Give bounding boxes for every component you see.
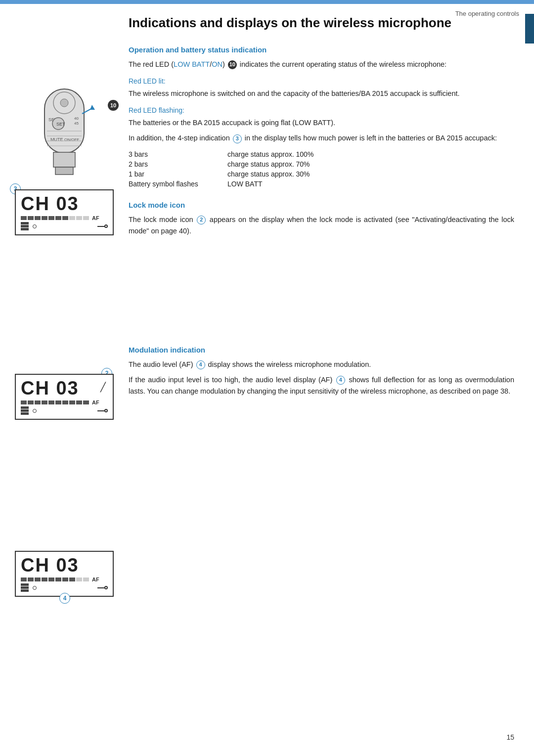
bar-empty bbox=[83, 578, 89, 581]
bar-filled bbox=[42, 578, 47, 581]
red-led-lit-text: The wireless microphone is switched on a… bbox=[129, 88, 514, 99]
svg-rect-11 bbox=[55, 167, 73, 175]
svg-text:ON/OFF: ON/OFF bbox=[64, 137, 79, 142]
circle-10: 10 bbox=[228, 60, 237, 69]
connector-circle bbox=[104, 224, 108, 228]
circle-4-2: 4 bbox=[336, 376, 345, 385]
bar-filled bbox=[35, 578, 41, 581]
modulation-text-1: The audio level (AF) 4 display shows the… bbox=[129, 359, 514, 370]
diagram-3-ch: CH 03 bbox=[21, 556, 108, 575]
charge-label: Battery symbol flashes bbox=[129, 179, 227, 189]
page-number: 15 bbox=[506, 733, 514, 741]
diagram-1-bars: AF bbox=[21, 215, 108, 221]
circle-2: 2 bbox=[197, 216, 206, 224]
connector-icon-2 bbox=[97, 409, 108, 412]
mic-svg: SET 40 45 SET MUTE ON/OFF bbox=[15, 84, 114, 180]
red-led-flashing-heading: Red LED flashing: bbox=[129, 106, 514, 114]
lock-slash-icon: ╱ bbox=[100, 382, 106, 393]
diagram-2-bars: AF bbox=[21, 400, 108, 405]
svg-marker-17 bbox=[90, 105, 95, 110]
bar-filled bbox=[62, 578, 68, 581]
charge-value: charge status approx. 30% bbox=[227, 169, 514, 179]
charge-row: 1 bar charge status approx. 30% bbox=[129, 169, 514, 179]
microphone-image: SET 40 45 SET MUTE ON/OFF 10 bbox=[15, 84, 114, 180]
diagram-3-bars: AF bbox=[21, 577, 108, 582]
main-content: Indications and displays on the wireless… bbox=[129, 15, 514, 401]
svg-rect-10 bbox=[53, 152, 75, 167]
af-label-1: AF bbox=[92, 215, 99, 221]
operation-intro: The red LED (LOW BATT/ON) 10 indicates t… bbox=[129, 59, 514, 70]
bar-filled bbox=[55, 400, 61, 404]
diagram-2: CH 03 ╱ AF bbox=[15, 374, 114, 420]
charge-table: 3 bars charge status approx. 100% 2 bars… bbox=[129, 149, 514, 189]
connector-line bbox=[97, 226, 104, 227]
battery-bar bbox=[21, 406, 29, 409]
bar-filled bbox=[28, 216, 34, 220]
charge-value: charge status approx. 100% bbox=[227, 149, 514, 159]
charge-row: 3 bars charge status approx. 100% bbox=[129, 149, 514, 159]
bar-filled bbox=[42, 216, 47, 220]
page-title: Indications and displays on the wireless… bbox=[129, 15, 514, 32]
charge-row: 2 bars charge status approx. 70% bbox=[129, 159, 514, 169]
battery-dot bbox=[33, 224, 37, 228]
bar-filled bbox=[69, 578, 75, 581]
battery-bar bbox=[21, 222, 29, 224]
on-text: ON bbox=[212, 60, 222, 68]
charge-value: LOW BATT bbox=[227, 179, 514, 189]
battery-bar bbox=[21, 589, 29, 592]
diagram-1-wrapper: 3 CH 03 AF bbox=[15, 189, 119, 235]
bar-empty bbox=[76, 216, 82, 220]
diagram-3: CH 03 AF bbox=[15, 551, 114, 597]
battery-dot-2 bbox=[33, 409, 37, 413]
operation-battery-heading: Operation and battery status indication bbox=[129, 45, 514, 54]
circle-4-1: 4 bbox=[196, 360, 205, 369]
svg-text:45: 45 bbox=[74, 121, 79, 126]
af-label-2: AF bbox=[92, 400, 99, 405]
diagram-2-ch: CH 03 bbox=[21, 379, 79, 398]
bar-filled bbox=[55, 578, 61, 581]
battery-bar bbox=[21, 583, 29, 586]
badge-10: 10 bbox=[108, 100, 119, 111]
bar-filled bbox=[35, 216, 41, 220]
lock-mode-heading: Lock mode icon bbox=[129, 201, 514, 209]
bar-empty bbox=[83, 216, 89, 220]
svg-text:40: 40 bbox=[74, 116, 79, 121]
connector-line bbox=[97, 410, 104, 411]
left-diagram-panel: SET 40 45 SET MUTE ON/OFF 10 3 bbox=[15, 84, 124, 607]
diagram-2-wrapper: 2 CH 03 ╱ AF bbox=[15, 374, 119, 420]
battery-bar bbox=[21, 409, 29, 412]
red-led-lit-heading: Red LED lit: bbox=[129, 77, 514, 85]
bar-filled bbox=[42, 400, 47, 404]
svg-point-2 bbox=[60, 99, 68, 107]
battery-bars-2 bbox=[21, 406, 29, 415]
connector-circle bbox=[104, 586, 108, 589]
charge-value: charge status approx. 70% bbox=[227, 159, 514, 169]
lock-mode-text: The lock mode icon 2 appears on the disp… bbox=[129, 214, 514, 237]
diagram-1: CH 03 AF bbox=[15, 189, 114, 235]
bar-filled bbox=[48, 400, 54, 404]
bar-filled bbox=[69, 400, 75, 404]
battery-bars-3 bbox=[21, 583, 29, 592]
af-label-3: AF bbox=[92, 577, 99, 582]
bar-filled bbox=[76, 400, 82, 404]
modulation-text-2: If the audio input level is too high, th… bbox=[129, 374, 514, 397]
charge-intro-text: In addition, the 4-step indication 3 in … bbox=[129, 133, 514, 144]
diagram-2-header: CH 03 ╱ bbox=[21, 379, 108, 400]
circle-3: 3 bbox=[233, 134, 242, 143]
diagram-3-bottom bbox=[21, 583, 108, 592]
bar-filled bbox=[48, 216, 54, 220]
bar-filled bbox=[55, 216, 61, 220]
diagram-1-bottom bbox=[21, 222, 108, 230]
bar-empty bbox=[69, 216, 75, 220]
connector-circle bbox=[104, 409, 108, 412]
connector-icon-3 bbox=[97, 586, 108, 589]
diagram-1-ch: CH 03 bbox=[21, 194, 108, 213]
charge-row: Battery symbol flashes LOW BATT bbox=[129, 179, 514, 189]
bar-filled bbox=[62, 216, 68, 220]
right-accent-bar bbox=[525, 14, 534, 44]
red-led-flashing-text: The batteries or the BA 2015 accupack is… bbox=[129, 117, 514, 129]
low-batt-text: LOW BATT bbox=[174, 60, 210, 68]
bar-filled bbox=[28, 400, 34, 404]
bar-filled bbox=[48, 578, 54, 581]
diagram-3-wrapper: CH 03 AF bbox=[15, 551, 119, 597]
